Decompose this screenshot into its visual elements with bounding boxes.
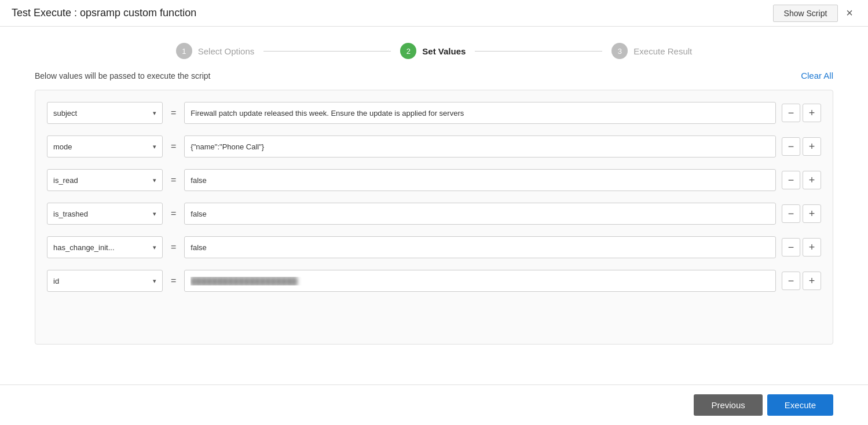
step-3: 3 Execute Result — [611, 43, 692, 59]
plus-button-4[interactable]: + — [803, 238, 821, 257]
param-value-input-5[interactable] — [184, 270, 776, 292]
row-actions: −+ — [782, 104, 821, 122]
param-row: subject▾=−+ — [35, 96, 833, 130]
minus-button-2[interactable]: − — [782, 171, 800, 189]
minus-button-5[interactable]: − — [782, 272, 800, 290]
plus-button-1[interactable]: + — [803, 137, 821, 156]
minus-button-1[interactable]: − — [782, 137, 800, 156]
step-1-label: Select Options — [198, 46, 255, 56]
param-row: has_change_init...▾=−+ — [35, 230, 833, 264]
param-key-select-1[interactable]: mode▾ — [47, 135, 163, 157]
param-key-select-4[interactable]: has_change_init...▾ — [47, 236, 163, 258]
equals-sign: = — [169, 242, 178, 252]
params-container: subject▾=−+mode▾=−+is_read▾=−+is_trashed… — [35, 90, 833, 345]
param-key-label: has_change_init... — [53, 243, 115, 252]
minus-button-3[interactable]: − — [782, 204, 800, 223]
equals-sign: = — [169, 141, 178, 152]
equals-sign: = — [169, 276, 178, 286]
description-text: Below values will be passed to execute t… — [35, 71, 211, 80]
execute-button[interactable]: Execute — [767, 394, 833, 416]
param-row: is_read▾=−+ — [35, 163, 833, 197]
step-line-1 — [263, 51, 391, 52]
header: Test Execute : opsramp custom function S… — [0, 0, 868, 27]
row-actions: −+ — [782, 238, 821, 257]
plus-button-0[interactable]: + — [803, 104, 821, 122]
page-title: Test Execute : opsramp custom function — [12, 7, 196, 19]
param-key-label: subject — [53, 109, 77, 118]
step-2: 2 Set Values — [400, 43, 466, 59]
step-1-circle: 1 — [176, 43, 192, 59]
param-value-input-3[interactable] — [184, 203, 776, 225]
content-area: Below values will be passed to execute t… — [0, 71, 868, 345]
chevron-down-icon: ▾ — [153, 210, 156, 218]
description-row: Below values will be passed to execute t… — [35, 71, 833, 80]
plus-button-2[interactable]: + — [803, 171, 821, 189]
row-actions: −+ — [782, 171, 821, 189]
step-2-label: Set Values — [422, 46, 466, 56]
chevron-down-icon: ▾ — [153, 277, 156, 285]
param-value-input-2[interactable] — [184, 169, 776, 191]
show-script-button[interactable]: Show Script — [773, 5, 838, 22]
param-key-select-0[interactable]: subject▾ — [47, 102, 163, 124]
minus-button-0[interactable]: − — [782, 104, 800, 122]
stepper: 1 Select Options 2 Set Values 3 Execute … — [0, 27, 868, 71]
chevron-down-icon: ▾ — [153, 109, 156, 117]
clear-all-button[interactable]: Clear All — [801, 71, 833, 80]
chevron-down-icon: ▾ — [153, 143, 156, 151]
step-3-label: Execute Result — [633, 46, 692, 56]
param-value-input-4[interactable] — [184, 236, 776, 258]
param-key-label: is_read — [53, 176, 78, 185]
row-actions: −+ — [782, 204, 821, 223]
param-value-input-1[interactable] — [184, 135, 776, 157]
param-key-select-5[interactable]: id▾ — [47, 270, 163, 292]
param-key-select-2[interactable]: is_read▾ — [47, 169, 163, 191]
chevron-down-icon: ▾ — [153, 177, 156, 184]
param-key-select-3[interactable]: is_trashed▾ — [47, 203, 163, 225]
step-1: 1 Select Options — [176, 43, 255, 59]
minus-button-4[interactable]: − — [782, 238, 800, 257]
param-value-input-0[interactable] — [184, 102, 776, 124]
param-row: id▾=−+ — [35, 264, 833, 298]
param-key-label: mode — [53, 142, 72, 151]
chevron-down-icon: ▾ — [153, 244, 156, 251]
equals-sign: = — [169, 208, 178, 219]
row-actions: −+ — [782, 137, 821, 156]
param-key-label: id — [53, 277, 59, 285]
header-actions: Show Script × — [773, 5, 856, 22]
footer: Previous Execute — [0, 384, 868, 425]
close-button[interactable]: × — [843, 5, 856, 21]
param-row: mode▾=−+ — [35, 130, 833, 163]
equals-sign: = — [169, 175, 178, 185]
param-key-label: is_trashed — [53, 210, 88, 218]
equals-sign: = — [169, 108, 178, 118]
step-2-circle: 2 — [400, 43, 416, 59]
plus-button-5[interactable]: + — [803, 272, 821, 290]
param-row: is_trashed▾=−+ — [35, 197, 833, 230]
step-3-circle: 3 — [611, 43, 628, 59]
plus-button-3[interactable]: + — [803, 204, 821, 223]
row-actions: −+ — [782, 272, 821, 290]
step-line-2 — [475, 51, 602, 52]
previous-button[interactable]: Previous — [694, 394, 762, 416]
